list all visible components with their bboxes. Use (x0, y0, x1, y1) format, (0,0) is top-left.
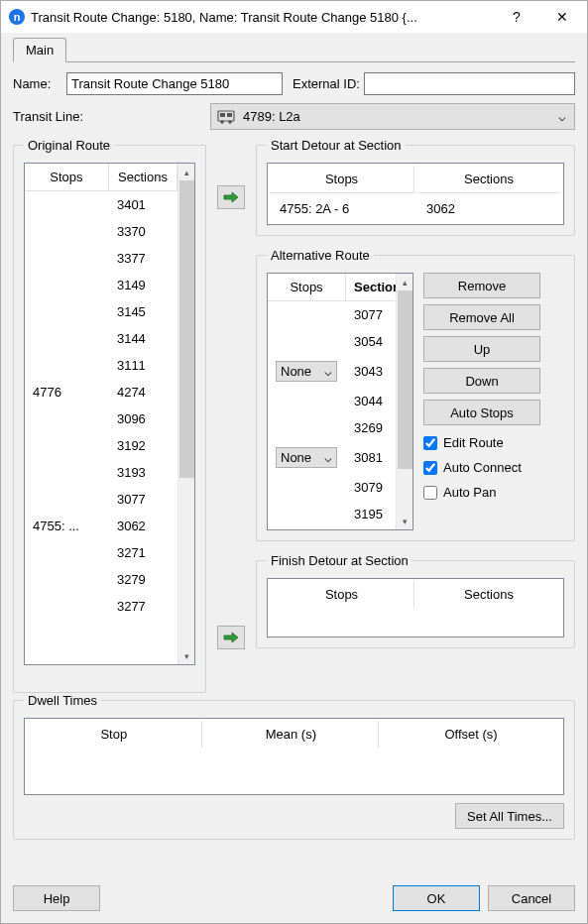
scroll-thumb[interactable] (398, 290, 412, 469)
scroll-thumb[interactable] (179, 180, 194, 478)
table-row[interactable]: 3111 (25, 352, 177, 379)
scroll-down-icon[interactable]: ▾ (397, 513, 413, 529)
table-row[interactable]: 3145 (25, 298, 177, 325)
stop-dropdown[interactable]: None⌵ (276, 361, 337, 382)
alternative-route-table[interactable]: Stops Sections 30773054None⌵304330443269… (267, 273, 413, 530)
chevron-down-icon: ⌵ (558, 109, 566, 124)
table-row[interactable]: 3077 (25, 486, 177, 513)
alt-section: 3081 (346, 441, 397, 474)
remove-button[interactable]: Remove (423, 273, 540, 298)
table-row[interactable]: 3044 (268, 388, 396, 414)
auto-connect-checkbox[interactable]: Auto Connect (423, 460, 540, 475)
orig-header-sections: Sections (108, 164, 176, 191)
table-row[interactable]: 3054 (268, 328, 396, 355)
alt-section: 3044 (346, 388, 397, 414)
dwell-header-offset: Offset (s) (381, 721, 561, 748)
close-icon[interactable]: ✕ (539, 2, 585, 32)
ok-button[interactable]: OK (393, 885, 480, 911)
dialog-footer: Help OK Cancel (13, 875, 575, 911)
orig-stop (25, 566, 108, 593)
table-row[interactable]: 3079 (268, 474, 396, 501)
orig-section: 3077 (108, 486, 176, 513)
alt-header-stops: Stops (268, 274, 346, 301)
orig-section: 3193 (108, 459, 176, 486)
table-row[interactable]: 3401 (25, 191, 177, 219)
original-route-table[interactable]: Stops Sections 3401337033773149314531443… (24, 163, 195, 665)
dwell-times-table[interactable]: Stop Mean (s) Offset (s) (24, 718, 564, 795)
transit-line-select[interactable]: 4789: L2a ⌵ (210, 103, 575, 130)
table-row[interactable]: 47764274 (25, 379, 177, 405)
orig-header-stops: Stops (25, 164, 108, 191)
table-row[interactable]: 3077 (268, 301, 396, 329)
table-row[interactable]: 3279 (25, 566, 177, 593)
orig-scrollbar[interactable]: ▴ ▾ (177, 164, 194, 664)
alt-section: 3077 (346, 301, 397, 329)
table-row[interactable]: None⌵3043 (268, 355, 396, 388)
arrow-right-icon (223, 632, 239, 643)
down-button[interactable]: Down (423, 368, 540, 394)
start-detour-header-sections: Sections (416, 166, 561, 193)
table-row[interactable]: 3370 (25, 218, 177, 245)
dwell-times-title: Dwell Times (24, 693, 101, 708)
orig-stop (25, 539, 108, 566)
external-id-label: External ID: (293, 76, 360, 91)
orig-stop (25, 593, 108, 620)
edit-route-checkbox[interactable]: Edit Route (423, 435, 540, 450)
external-id-input[interactable] (364, 72, 575, 95)
up-button[interactable]: Up (423, 336, 540, 362)
bus-icon (217, 110, 235, 124)
move-to-start-detour-button[interactable] (217, 185, 245, 209)
table-row[interactable]: 3195 (268, 501, 396, 527)
alt-section: 3043 (346, 355, 397, 388)
remove-all-button[interactable]: Remove All (423, 304, 540, 330)
alternative-route-title: Alternative Route (267, 248, 374, 263)
help-question-icon[interactable]: ? (494, 2, 539, 32)
table-row[interactable]: 4755: ...3062 (25, 513, 177, 539)
stop-dropdown[interactable]: None⌵ (276, 447, 337, 468)
finish-header-sections: Sections (416, 581, 561, 608)
orig-section: 3096 (108, 405, 176, 432)
table-row[interactable]: None⌵3081 (268, 441, 396, 474)
auto-pan-checkbox[interactable]: Auto Pan (423, 485, 540, 500)
alt-stop-cell (268, 474, 346, 501)
svg-rect-2 (227, 113, 232, 117)
orig-stop (25, 218, 108, 245)
cancel-button[interactable]: Cancel (488, 885, 575, 911)
tab-main[interactable]: Main (13, 38, 66, 62)
scroll-down-icon[interactable]: ▾ (178, 647, 195, 664)
svg-point-3 (220, 120, 224, 124)
scroll-up-icon[interactable]: ▴ (397, 274, 413, 290)
orig-section: 3145 (108, 298, 176, 325)
alt-scrollbar[interactable]: ▴ ▾ (396, 274, 412, 529)
orig-section: 3370 (108, 218, 176, 245)
start-detour-title: Start Detour at Section (267, 138, 406, 153)
table-row[interactable]: 3192 (25, 432, 177, 459)
set-all-times-button[interactable]: Set All Times... (455, 803, 564, 829)
dwell-header-stop: Stop (27, 721, 202, 748)
finish-detour-group: Finish Detour at Section Stops Sections (256, 553, 575, 648)
orig-section: 3271 (108, 539, 176, 566)
alt-header-sections: Sections (346, 274, 397, 301)
orig-section: 3401 (108, 191, 176, 219)
table-row[interactable]: 3149 (25, 272, 177, 298)
move-to-finish-detour-button[interactable] (217, 626, 245, 649)
start-detour-table[interactable]: Stops Sections 4755: 2A - 6 3062 (267, 163, 564, 225)
table-row[interactable]: 3271 (25, 539, 177, 566)
alt-stop-cell: None⌵ (268, 441, 346, 474)
table-row[interactable]: 3193 (25, 459, 177, 486)
app-icon: n (9, 9, 25, 25)
table-row[interactable]: 3277 (25, 593, 177, 620)
help-button[interactable]: Help (13, 885, 100, 911)
table-row[interactable]: 3096 (25, 405, 177, 432)
alt-section: 3269 (346, 414, 397, 441)
table-row[interactable]: 3377 (25, 245, 177, 272)
table-row[interactable]: 3144 (25, 325, 177, 352)
chevron-down-icon: ⌵ (324, 364, 332, 379)
finish-detour-table[interactable]: Stops Sections (267, 578, 564, 637)
name-input[interactable] (66, 72, 283, 95)
scroll-up-icon[interactable]: ▴ (178, 164, 195, 180)
auto-stops-button[interactable]: Auto Stops (423, 400, 540, 425)
table-row[interactable]: 3269 (268, 414, 396, 441)
table-row[interactable]: 4755: 2A - 6 3062 (270, 195, 561, 222)
orig-section: 3377 (108, 245, 176, 272)
